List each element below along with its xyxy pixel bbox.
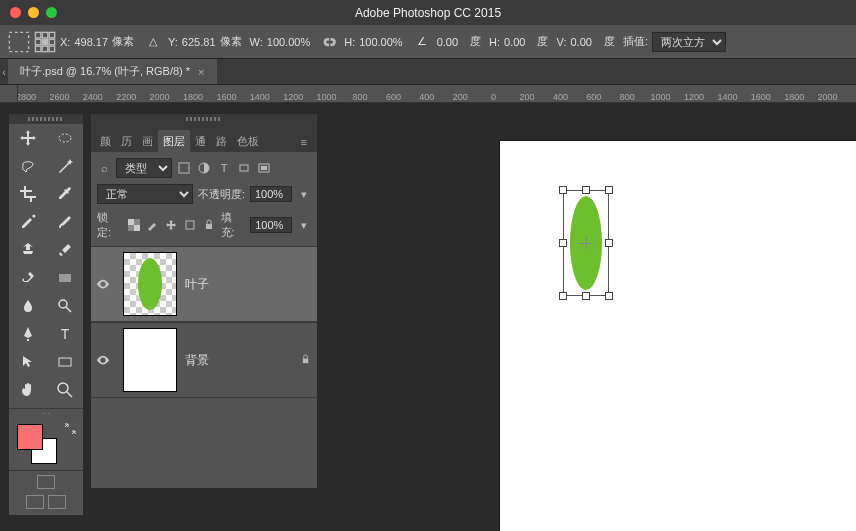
sh-value[interactable]: 0.00 xyxy=(504,36,525,48)
handle-top-left[interactable] xyxy=(559,186,567,194)
link-icon[interactable] xyxy=(318,32,340,52)
panel-tab[interactable]: 通 xyxy=(190,130,211,152)
transform-tool-icon[interactable] xyxy=(8,32,30,52)
visibility-toggle-icon[interactable] xyxy=(91,277,115,291)
panel-tab[interactable]: 画 xyxy=(137,130,158,152)
x-value[interactable]: 498.17 xyxy=(74,36,108,48)
chevron-down-icon[interactable]: ▾ xyxy=(297,187,311,201)
layer-thumbnail[interactable] xyxy=(123,328,177,392)
panel-tab[interactable]: 图层 xyxy=(158,130,190,152)
panel-tab[interactable]: 色板 xyxy=(232,130,264,152)
panel-menu-icon[interactable]: ≡ xyxy=(295,132,313,152)
screen-mode-button-2[interactable] xyxy=(48,495,66,509)
filter-adjustment-icon[interactable] xyxy=(197,161,211,175)
crop-tool[interactable] xyxy=(9,180,46,208)
path-selection-tool[interactable] xyxy=(9,348,46,376)
handle-top-middle[interactable] xyxy=(582,186,590,194)
transform-selection[interactable] xyxy=(563,190,609,296)
filter-shape-icon[interactable] xyxy=(237,161,251,175)
filter-type-icon[interactable]: T xyxy=(217,161,231,175)
ruler-tick: 1800 xyxy=(183,92,203,102)
eraser-tool[interactable] xyxy=(9,264,46,292)
lock-all-icon[interactable] xyxy=(202,218,216,232)
opacity-input[interactable] xyxy=(250,186,292,202)
layer-thumbnail[interactable] xyxy=(123,252,177,316)
reference-point-marker[interactable] xyxy=(579,236,593,250)
lock-transparency-icon[interactable] xyxy=(127,218,141,232)
standard-mode-button[interactable] xyxy=(37,475,55,489)
color-swatches xyxy=(9,418,83,470)
dodge-tool[interactable] xyxy=(46,292,83,320)
ruler-origin[interactable] xyxy=(0,85,18,103)
zoom-window-button[interactable] xyxy=(46,7,57,18)
lock-icon[interactable] xyxy=(293,354,317,367)
layer-row[interactable]: 背景 xyxy=(91,322,317,398)
ruler-tick: 2400 xyxy=(83,92,103,102)
ruler-tick: 2000 xyxy=(150,92,170,102)
clone-stamp-tool[interactable] xyxy=(9,236,46,264)
panel-tab[interactable]: 颜 xyxy=(95,130,116,152)
h-label: H: xyxy=(344,36,355,48)
tab-scroll-left[interactable]: ‹ xyxy=(0,66,8,78)
marquee-tool[interactable] xyxy=(46,124,83,152)
delta-icon[interactable]: △ xyxy=(142,32,164,52)
brush-tool[interactable] xyxy=(46,208,83,236)
layer-list-empty[interactable] xyxy=(91,398,317,488)
visibility-toggle-icon[interactable] xyxy=(91,353,115,367)
blur-tool[interactable] xyxy=(9,292,46,320)
layer-filter-select[interactable]: 类型 xyxy=(116,158,172,178)
hand-tool[interactable] xyxy=(9,376,46,404)
fill-input[interactable] xyxy=(250,217,292,233)
handle-bottom-middle[interactable] xyxy=(582,292,590,300)
handle-middle-right[interactable] xyxy=(605,239,613,247)
minimize-window-button[interactable] xyxy=(28,7,39,18)
zoom-tool[interactable] xyxy=(46,376,83,404)
eyedropper-tool[interactable] xyxy=(46,180,83,208)
layer-name-label[interactable]: 背景 xyxy=(185,352,293,369)
lock-artboard-icon[interactable] xyxy=(183,218,197,232)
panel-tab[interactable]: 历 xyxy=(116,130,137,152)
screen-mode-button[interactable] xyxy=(26,495,44,509)
lock-position-icon[interactable] xyxy=(164,218,178,232)
pen-tool[interactable] xyxy=(9,320,46,348)
filter-smart-icon[interactable] xyxy=(257,161,271,175)
layer-name-label[interactable]: 叶子 xyxy=(185,276,293,293)
horizontal-ruler[interactable]: 2800260024002200200018001600140012001000… xyxy=(0,85,856,103)
layers-panel-grip[interactable] xyxy=(91,114,317,124)
document-tab[interactable]: 叶子.psd @ 16.7% (叶子, RGB/8) * × xyxy=(8,59,217,84)
magic-wand-tool[interactable] xyxy=(46,152,83,180)
handle-middle-left[interactable] xyxy=(559,239,567,247)
y-value[interactable]: 625.81 xyxy=(182,36,216,48)
tools-panel-grip[interactable] xyxy=(9,114,83,124)
reference-point-icon[interactable] xyxy=(34,32,56,52)
layers-panel: 颜历画图层通路色板≡ ⌕ 类型 T 正常 不透明度: ▾ 锁定 xyxy=(90,113,318,489)
lock-image-icon[interactable] xyxy=(145,218,159,232)
swap-colors-icon[interactable] xyxy=(63,422,77,436)
healing-brush-tool[interactable] xyxy=(9,208,46,236)
handle-bottom-right[interactable] xyxy=(605,292,613,300)
svg-rect-0 xyxy=(9,32,28,51)
type-tool[interactable]: T xyxy=(46,320,83,348)
angle-value[interactable]: 0.00 xyxy=(437,36,458,48)
artboard[interactable] xyxy=(500,141,856,531)
interpolation-select[interactable]: 两次立方 xyxy=(652,32,726,52)
foreground-color[interactable] xyxy=(17,424,43,450)
move-tool[interactable] xyxy=(9,124,46,152)
chevron-down-icon[interactable]: ▾ xyxy=(297,218,311,232)
layer-row[interactable]: 叶子 xyxy=(91,246,317,322)
close-tab-icon[interactable]: × xyxy=(198,66,204,78)
blend-mode-select[interactable]: 正常 xyxy=(97,184,193,204)
filter-pixel-icon[interactable] xyxy=(177,161,191,175)
h-value[interactable]: 100.00% xyxy=(359,36,402,48)
ruler-tick: 200 xyxy=(519,92,534,102)
close-window-button[interactable] xyxy=(10,7,21,18)
gradient-tool[interactable] xyxy=(46,264,83,292)
w-value[interactable]: 100.00% xyxy=(267,36,310,48)
panel-tab[interactable]: 路 xyxy=(211,130,232,152)
handle-top-right[interactable] xyxy=(605,186,613,194)
sv-value[interactable]: 0.00 xyxy=(570,36,591,48)
handle-bottom-left[interactable] xyxy=(559,292,567,300)
history-brush-tool[interactable] xyxy=(46,236,83,264)
rectangle-tool[interactable] xyxy=(46,348,83,376)
lasso-tool[interactable] xyxy=(9,152,46,180)
